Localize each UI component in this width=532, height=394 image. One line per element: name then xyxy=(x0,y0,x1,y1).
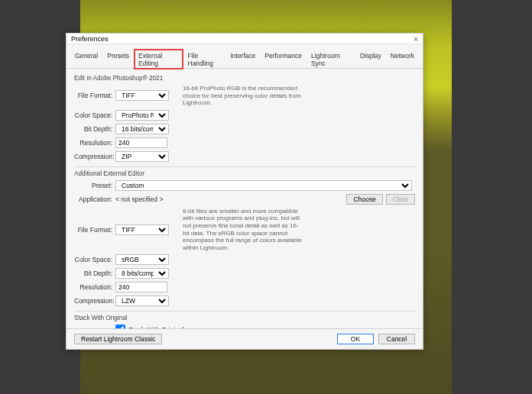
compression-label-2: Compression: xyxy=(74,297,115,305)
file-format-select-1[interactable]: TIFF xyxy=(115,90,169,101)
tab-external-editing[interactable]: External Editing xyxy=(135,50,182,69)
choose-button[interactable]: Choose xyxy=(346,194,382,205)
divider xyxy=(74,166,415,167)
clear-button[interactable]: Clear xyxy=(386,194,415,205)
preferences-dialog: Preferences × General Presets External E… xyxy=(66,33,423,350)
file-format-label-1: File Format: xyxy=(74,92,115,99)
hint-1: 16-bit ProPhoto RGB is the recommended c… xyxy=(183,85,305,107)
application-label: Application: xyxy=(74,195,115,203)
bit-depth-label-2: Bit Depth: xyxy=(74,270,115,277)
tab-network[interactable]: Network xyxy=(387,50,418,69)
close-icon[interactable]: × xyxy=(412,35,420,43)
tab-presets[interactable]: Presets xyxy=(103,50,133,69)
titlebar: Preferences × xyxy=(66,34,423,44)
tab-display[interactable]: Display xyxy=(356,50,385,69)
dialog-title: Preferences xyxy=(71,35,109,43)
resolution-input-1[interactable] xyxy=(115,137,167,148)
resolution-label-1: Resolution: xyxy=(74,139,115,147)
bit-depth-label-1: Bit Depth: xyxy=(74,125,115,133)
tabs: General Presets External Editing File Ha… xyxy=(66,44,423,69)
tab-performance[interactable]: Performance xyxy=(261,50,306,69)
tab-lightroom-sync[interactable]: Lightroom Sync xyxy=(307,50,355,69)
resolution-input-2[interactable] xyxy=(115,282,167,292)
color-space-label-2: Color Space: xyxy=(74,256,115,263)
application-value: < not specified > xyxy=(115,195,346,203)
preset-label: Preset: xyxy=(74,182,115,189)
color-space-label-1: Color Space: xyxy=(74,111,115,119)
resolution-label-2: Resolution: xyxy=(74,283,115,291)
cancel-button[interactable]: Cancel xyxy=(378,334,415,344)
ok-button[interactable]: OK xyxy=(337,334,374,344)
hint-2: 8-bit files are smaller and more compati… xyxy=(183,208,305,252)
tab-file-handling[interactable]: File Handling xyxy=(184,50,225,69)
preset-select[interactable]: Custom xyxy=(115,180,412,191)
divider xyxy=(74,311,415,312)
bit-depth-select-2[interactable]: 8 bits/component xyxy=(115,268,169,279)
section-additional-heading: Additional External Editor xyxy=(74,170,415,177)
color-space-select-2[interactable]: sRGB xyxy=(115,254,169,265)
compression-label-1: Compression: xyxy=(74,153,115,160)
footer: Restart Lightroom Classic OK Cancel xyxy=(66,328,423,349)
compression-select-2[interactable]: LZW xyxy=(115,296,169,306)
bit-depth-select-1[interactable]: 16 bits/component xyxy=(115,124,169,134)
compression-select-1[interactable]: ZIP xyxy=(115,151,169,162)
tab-general[interactable]: General xyxy=(71,50,102,69)
restart-button[interactable]: Restart Lightroom Classic xyxy=(74,334,162,344)
file-format-select-2[interactable]: TIFF xyxy=(115,224,169,235)
file-format-label-2: File Format: xyxy=(74,226,115,234)
color-space-select-1[interactable]: ProPhoto RGB xyxy=(115,110,169,121)
tab-interface[interactable]: Interface xyxy=(226,50,259,69)
section-ps-heading: Edit in Adobe Photoshop® 2021 xyxy=(74,75,415,82)
body: Edit in Adobe Photoshop® 2021 File Forma… xyxy=(66,69,423,328)
stack-heading: Stack With Original xyxy=(74,315,415,321)
